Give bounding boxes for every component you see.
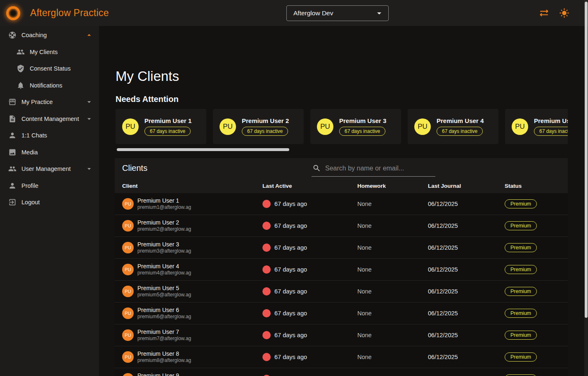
status-badge: Premium (505, 221, 537, 230)
avatar: PU (317, 118, 333, 135)
client-email: premium1@afterglow.ag (137, 204, 191, 210)
avatar: PU (122, 307, 134, 319)
environment-selector[interactable]: Afterglow Dev (286, 5, 389, 21)
table-row[interactable]: PUPremium User 3premium3@afterglow.ag67 … (115, 237, 568, 259)
last-journal-cell: 06/12/2025 (428, 332, 505, 338)
homework-cell: None (357, 244, 428, 251)
header-actions (539, 0, 569, 26)
inactive-badge: 67 days inactive (144, 127, 191, 136)
avatar: PU (512, 118, 528, 135)
sidebar-item-label: Consent Status (30, 65, 71, 72)
status-badge: Premium (505, 352, 537, 362)
inactive-status-dot (262, 287, 271, 296)
table-row[interactable]: PUPremium User 4premium4@afterglow.ag67 … (115, 259, 568, 281)
last-active-cell: 67 days ago (262, 309, 357, 317)
needs-attention-card[interactable]: PUPremium User 567 days inactive (505, 109, 568, 144)
needs-attention-card[interactable]: PUPremium User 167 days inactive (116, 109, 206, 144)
inactive-badge: 67 days inactive (242, 127, 288, 136)
last-active-text: 67 days ago (274, 222, 307, 229)
sun-icon[interactable] (559, 8, 569, 18)
needs-attention-card[interactable]: PUPremium User 267 days inactive (213, 109, 304, 144)
avatar: PU (122, 198, 134, 210)
inactive-status-dot (262, 353, 271, 361)
column-header-last-active: Last Active (262, 183, 357, 189)
sync-alt-icon[interactable] (539, 8, 549, 18)
sidebar-item-logout[interactable]: Logout (0, 194, 99, 211)
chevron-up-icon (85, 31, 93, 39)
client-email: premium4@afterglow.ag (137, 270, 191, 276)
client-cell: PUPremium User 3premium3@afterglow.ag (122, 241, 262, 254)
client-search (312, 162, 435, 177)
status-cell: Premium (505, 374, 568, 376)
bell-icon (17, 81, 25, 90)
inactive-status-dot (262, 244, 271, 252)
status-badge: Premium (505, 265, 537, 274)
client-cell: PUPremium User 9premium9@afterglow.ag (122, 372, 262, 376)
search-input[interactable] (325, 165, 435, 172)
person-icon (8, 182, 17, 190)
sidebar-item-label: My Practice (21, 99, 53, 105)
table-row[interactable]: PUPremium User 8premium8@afterglow.ag67 … (115, 346, 568, 368)
client-name: Premium User 3 (339, 117, 386, 124)
client-name: Premium User 1 (137, 197, 191, 204)
client-cell: PUPremium User 8premium8@afterglow.ag (122, 350, 262, 364)
table-row[interactable]: PUPremium User 1premium1@afterglow.ag67 … (115, 193, 568, 215)
needs-attention-card[interactable]: PUPremium User 367 days inactive (310, 109, 401, 144)
people-icon (8, 165, 17, 173)
sidebar-item-1-1-chats[interactable]: 1:1 Chats (0, 127, 99, 144)
sidebar-item-label: Media (21, 149, 38, 156)
avatar: PU (122, 242, 134, 253)
search-icon (312, 164, 321, 173)
column-header-homework: Homework (357, 183, 428, 189)
page-scrollbar-thumb[interactable] (585, 2, 588, 318)
sidebar-item-label: User Management (21, 166, 71, 172)
sidebar-item-user-management[interactable]: User Management (0, 161, 99, 177)
avatar: PU (122, 264, 134, 275)
client-name: Premium User 5 (137, 285, 191, 292)
sidebar-item-consent-status[interactable]: Consent Status (0, 60, 99, 77)
status-cell: Premium (505, 199, 568, 208)
clients-panel: Clients ClientLast ActiveHomeworkLast Jo… (115, 158, 568, 376)
carousel-scrollbar[interactable] (117, 148, 289, 151)
column-header-last-journal: Last Journal (428, 183, 505, 189)
homework-cell: None (357, 310, 428, 317)
status-badge: Premium (505, 243, 537, 252)
needs-attention-card[interactable]: PUPremium User 467 days inactive (408, 109, 498, 144)
sidebar-item-notifications[interactable]: Notifications (0, 77, 99, 94)
sidebar-item-label: Notifications (30, 82, 62, 89)
chevron-down-icon (85, 98, 93, 106)
status-cell: Premium (505, 243, 568, 252)
client-email: premium8@afterglow.ag (137, 357, 191, 364)
last-journal-cell: 06/12/2025 (428, 354, 505, 360)
table-row[interactable]: PUPremium User 9premium9@afterglow.ag67 … (115, 368, 568, 376)
sidebar-item-media[interactable]: Media (0, 144, 99, 161)
last-active-text: 67 days ago (274, 332, 307, 338)
client-cell: PUPremium User 5premium5@afterglow.ag (122, 285, 262, 298)
table-row[interactable]: PUPremium User 2premium2@afterglow.ag67 … (115, 215, 568, 237)
image-icon (8, 148, 17, 156)
table-row[interactable]: PUPremium User 7premium7@afterglow.ag67 … (115, 324, 568, 346)
last-journal-cell: 06/12/2025 (428, 310, 505, 317)
sidebar-item-content-management[interactable]: Content Management (0, 111, 99, 128)
client-name: Premium User 9 (137, 372, 191, 376)
app-header: Afterglow Practice Afterglow Dev (0, 0, 588, 26)
app-title: Afterglow Practice (30, 7, 109, 19)
sidebar-item-label: Profile (21, 182, 38, 189)
sidebar-item-coaching[interactable]: Coaching (0, 27, 99, 44)
storefront-icon (8, 98, 17, 106)
sidebar-item-label: 1:1 Chats (21, 132, 47, 139)
clients-table-body: PUPremium User 1premium1@afterglow.ag67 … (115, 193, 568, 376)
avatar: PU (122, 286, 134, 297)
table-row[interactable]: PUPremium User 5premium5@afterglow.ag67 … (115, 281, 568, 303)
sidebar-item-my-practice[interactable]: My Practice (0, 94, 99, 111)
status-cell: Premium (505, 265, 568, 274)
client-cell: PUPremium User 7premium7@afterglow.ag (122, 329, 262, 342)
last-journal-cell: 06/12/2025 (428, 244, 505, 251)
sidebar-item-profile[interactable]: Profile (0, 177, 99, 194)
last-active-text: 67 days ago (274, 266, 307, 273)
last-active-cell: 67 days ago (262, 353, 357, 361)
clients-title: Clients (122, 163, 147, 173)
document-icon (8, 115, 17, 123)
table-row[interactable]: PUPremium User 6premium6@afterglow.ag67 … (115, 303, 568, 324)
sidebar-item-my-clients[interactable]: My Clients (0, 44, 99, 61)
